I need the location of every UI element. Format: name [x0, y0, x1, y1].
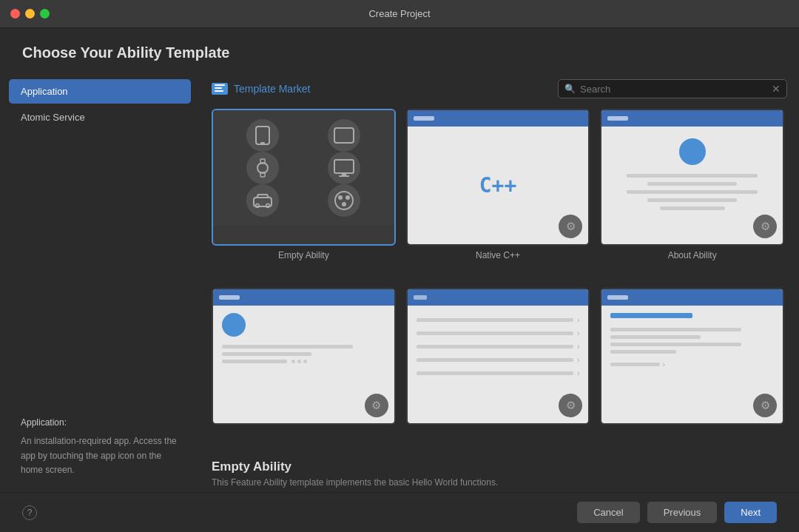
detail1-bar-dot [219, 295, 240, 300]
template-thumb-empty [212, 109, 396, 246]
sidebar: Application Atomic Service Application: … [0, 79, 200, 492]
list-row-5: › [417, 369, 580, 377]
badge-icon: ⚙ [566, 220, 576, 233]
desc-title: Application: [21, 416, 179, 430]
list-bar-search [414, 295, 427, 300]
list-row-1: › [417, 316, 580, 324]
multi-device-icon [328, 184, 360, 217]
hl-arrow-row: › [610, 360, 774, 368]
hl4 [610, 350, 675, 354]
sidebar-item-application[interactable]: Application [9, 79, 191, 104]
header-section: Choose Your Ability Template [0, 28, 799, 79]
template-card-native-cpp[interactable]: C++ ⚙ Native C++ [406, 109, 590, 277]
template-label-empty: Empty Ability [278, 250, 329, 260]
template-card-about-ability[interactable]: ⚙ About Ability [600, 109, 784, 277]
bottom-desc-text: This Feature Ability template implements… [212, 477, 787, 488]
content-line-4 [647, 198, 737, 202]
close-button[interactable] [10, 9, 20, 18]
about-circle [679, 138, 706, 165]
body-section: Application Atomic Service Application: … [0, 79, 799, 492]
detail1-circle [222, 313, 246, 337]
template-thumb-about: ⚙ [600, 109, 784, 246]
dot2 [297, 360, 301, 363]
template-card-highlight[interactable]: › ⚙ [600, 288, 784, 446]
svg-rect-0 [215, 84, 225, 86]
list-row-2: › [417, 329, 580, 337]
monitor-icon [328, 152, 360, 184]
svg-point-17 [345, 195, 350, 200]
about-top-bar [601, 110, 783, 127]
svg-rect-6 [257, 163, 268, 173]
sidebar-item-atomic-service[interactable]: Atomic Service [9, 105, 191, 129]
detail1-badge-icon: ⚙ [371, 399, 381, 412]
content-line-3 [627, 190, 758, 194]
content-header: Template Market 🔍 ✕ [212, 79, 787, 98]
lr1 [417, 318, 573, 322]
arrow3: › [577, 343, 579, 351]
template-card-empty-ability[interactable]: Empty Ability [212, 109, 396, 277]
next-button[interactable]: Next [724, 502, 777, 523]
native-top-bar [408, 110, 589, 127]
hl-arrow: › [663, 360, 665, 368]
svg-point-18 [342, 202, 346, 206]
search-input[interactable] [580, 84, 767, 95]
dl3-row [222, 360, 385, 363]
template-market-icon [212, 83, 228, 95]
search-box: 🔍 ✕ [558, 79, 787, 98]
arrow4: › [577, 356, 579, 364]
svg-rect-5 [334, 128, 354, 143]
svg-rect-3 [256, 127, 269, 144]
svg-point-16 [338, 195, 343, 200]
list-row-4: › [417, 356, 580, 364]
sidebar-description: Application: An installation-required ap… [9, 407, 191, 492]
template-thumb-list: › › › [406, 288, 590, 425]
template-card-detail1[interactable]: ⚙ [212, 288, 396, 446]
list-row-3: › [417, 343, 580, 351]
maximize-button[interactable] [40, 9, 50, 18]
arrow1: › [577, 316, 579, 324]
detail1-badge: ⚙ [365, 394, 388, 417]
list-top-bar [408, 289, 589, 306]
svg-point-15 [335, 192, 353, 209]
car-icon [246, 184, 279, 217]
watch-icon [246, 152, 279, 184]
previous-button[interactable]: Previous [647, 502, 718, 523]
page-title: Choose Your Ability Template [22, 44, 777, 61]
help-button[interactable]: ? [22, 505, 37, 520]
dl2 [222, 352, 311, 356]
search-clear-icon[interactable]: ✕ [772, 83, 781, 95]
about-badge: ⚙ [753, 215, 777, 238]
desc-text: An installation-required app. Access the… [21, 434, 179, 477]
highlight-blue-line [610, 313, 692, 318]
arrow2: › [577, 329, 579, 337]
lr3 [417, 345, 573, 349]
dl1 [222, 345, 353, 349]
search-icon: 🔍 [564, 84, 576, 94]
list-lines: › › › [417, 313, 580, 380]
list-badge-icon: ⚙ [566, 399, 576, 412]
template-card-list[interactable]: › › › [406, 288, 590, 446]
bottom-desc-title: Empty Ability [212, 459, 787, 474]
template-thumb-native: C++ ⚙ [406, 109, 590, 246]
dl3 [222, 360, 287, 363]
minimize-button[interactable] [25, 9, 35, 18]
main-content: Choose Your Ability Template Application… [0, 28, 799, 492]
highlight-badge: ⚙ [753, 394, 777, 417]
title-bar: Create Project [0, 0, 799, 28]
lr2 [417, 331, 573, 335]
svg-rect-2 [215, 90, 223, 92]
cancel-button[interactable]: Cancel [577, 502, 639, 523]
highlight-top-bar [601, 289, 783, 306]
footer-right: Cancel Previous Next [577, 502, 777, 523]
dot3 [303, 360, 307, 363]
svg-rect-12 [254, 198, 272, 206]
window-title: Create Project [368, 8, 430, 19]
svg-rect-9 [334, 160, 354, 173]
dot1 [291, 360, 295, 363]
highlight-bar-dot [607, 295, 628, 300]
highlight-badge-icon: ⚙ [761, 399, 770, 412]
lr5 [417, 371, 573, 375]
empty-ability-icons [213, 110, 394, 226]
hl3 [610, 343, 741, 346]
detail1-top-bar [213, 289, 394, 306]
